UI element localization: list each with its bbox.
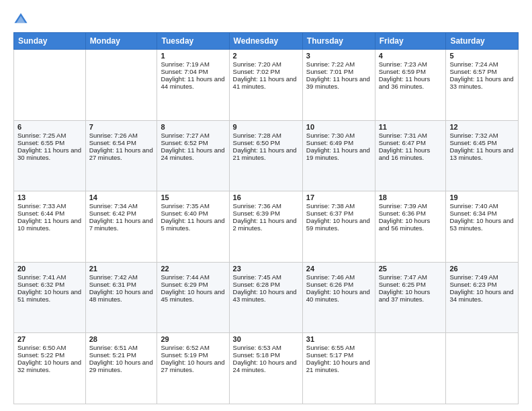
day-info: Sunset: 6:31 PM — [89, 281, 154, 288]
calendar-cell: 8Sunrise: 7:27 AMSunset: 6:52 PMDaylight… — [157, 120, 229, 191]
day-info: Daylight: 11 hours and 27 minutes. — [89, 146, 154, 161]
calendar-cell: 10Sunrise: 7:30 AMSunset: 6:49 PMDayligh… — [302, 120, 375, 191]
logo-icon — [13, 12, 28, 27]
day-info: Sunset: 6:47 PM — [379, 139, 443, 146]
day-info: Sunset: 5:22 PM — [17, 351, 82, 359]
day-info: Sunrise: 7:33 AM — [17, 202, 82, 210]
day-info: Daylight: 10 hours and 34 minutes. — [449, 288, 515, 303]
day-number: 19 — [449, 193, 515, 201]
day-info: Daylight: 10 hours and 45 minutes. — [161, 288, 225, 303]
day-info: Sunrise: 7:46 AM — [306, 273, 371, 281]
calendar-week-row: 6Sunrise: 7:25 AMSunset: 6:55 PMDaylight… — [14, 120, 519, 191]
day-number: 11 — [379, 123, 443, 131]
day-number: 9 — [233, 123, 299, 131]
day-number: 20 — [17, 265, 82, 273]
day-info: Sunrise: 7:23 AM — [379, 60, 443, 68]
day-info: Sunset: 6:42 PM — [89, 210, 154, 217]
day-info: Sunrise: 6:53 AM — [233, 344, 299, 351]
day-number: 29 — [161, 335, 225, 343]
calendar-cell: 28Sunrise: 6:51 AMSunset: 5:21 PMDayligh… — [85, 333, 157, 404]
calendar-cell: 29Sunrise: 6:52 AMSunset: 5:19 PMDayligh… — [157, 333, 229, 404]
calendar-cell: 11Sunrise: 7:31 AMSunset: 6:47 PMDayligh… — [375, 120, 446, 191]
day-info: Sunrise: 7:49 AM — [449, 273, 515, 281]
calendar-cell: 30Sunrise: 6:53 AMSunset: 5:18 PMDayligh… — [229, 333, 302, 404]
calendar-cell: 12Sunrise: 7:32 AMSunset: 6:45 PMDayligh… — [446, 120, 519, 191]
day-info: Sunset: 6:29 PM — [161, 281, 225, 288]
calendar-cell: 14Sunrise: 7:34 AMSunset: 6:42 PMDayligh… — [85, 191, 157, 263]
day-info: Sunrise: 7:20 AM — [233, 60, 299, 68]
day-number: 16 — [233, 193, 299, 201]
day-info: Sunset: 5:21 PM — [89, 351, 154, 359]
calendar-cell: 27Sunrise: 6:50 AMSunset: 5:22 PMDayligh… — [14, 333, 86, 404]
day-info: Daylight: 11 hours and 5 minutes. — [161, 217, 225, 232]
day-info: Sunrise: 7:47 AM — [379, 273, 443, 281]
day-info: Sunset: 6:40 PM — [161, 210, 225, 217]
calendar-cell — [14, 50, 86, 121]
day-info: Sunrise: 7:32 AM — [449, 132, 515, 139]
day-number: 3 — [306, 52, 371, 60]
day-info: Daylight: 11 hours and 16 minutes. — [379, 146, 443, 161]
day-info: Sunset: 6:57 PM — [449, 68, 515, 75]
day-info: Sunrise: 7:27 AM — [161, 132, 225, 139]
day-number: 31 — [306, 335, 371, 343]
day-header-friday: Friday — [375, 33, 446, 50]
day-number: 13 — [17, 193, 82, 201]
day-info: Sunrise: 7:41 AM — [17, 273, 82, 281]
day-info: Sunrise: 6:51 AM — [89, 344, 154, 351]
day-info: Daylight: 11 hours and 33 minutes. — [449, 75, 515, 90]
calendar-cell: 19Sunrise: 7:40 AMSunset: 6:34 PMDayligh… — [446, 191, 519, 263]
calendar-cell: 15Sunrise: 7:35 AMSunset: 6:40 PMDayligh… — [157, 191, 229, 263]
day-header-monday: Monday — [85, 33, 157, 50]
day-number: 5 — [449, 52, 515, 60]
day-info: Daylight: 11 hours and 7 minutes. — [89, 217, 154, 232]
day-number: 18 — [379, 193, 443, 201]
day-number: 8 — [161, 123, 225, 131]
day-number: 12 — [449, 123, 515, 131]
day-info: Sunset: 6:34 PM — [449, 210, 515, 217]
day-number: 22 — [161, 265, 225, 273]
day-info: Daylight: 11 hours and 36 minutes. — [379, 75, 443, 90]
day-info: Daylight: 10 hours and 43 minutes. — [233, 288, 299, 303]
calendar-week-row: 27Sunrise: 6:50 AMSunset: 5:22 PMDayligh… — [14, 333, 519, 404]
day-info: Sunset: 6:39 PM — [233, 210, 299, 217]
day-info: Sunset: 6:26 PM — [306, 281, 371, 288]
day-info: Sunrise: 7:28 AM — [233, 132, 299, 139]
day-header-saturday: Saturday — [446, 33, 519, 50]
calendar-cell: 3Sunrise: 7:22 AMSunset: 7:01 PMDaylight… — [302, 50, 375, 121]
calendar-cell: 1Sunrise: 7:19 AMSunset: 7:04 PMDaylight… — [157, 50, 229, 121]
calendar-cell: 13Sunrise: 7:33 AMSunset: 6:44 PMDayligh… — [14, 191, 86, 263]
day-info: Sunrise: 6:52 AM — [161, 344, 225, 351]
day-info: Sunset: 6:23 PM — [449, 281, 515, 288]
day-number: 23 — [233, 265, 299, 273]
day-info: Daylight: 10 hours and 53 minutes. — [449, 217, 515, 232]
day-info: Sunrise: 6:55 AM — [306, 344, 371, 351]
calendar-cell — [375, 333, 446, 404]
day-info: Sunset: 6:36 PM — [379, 210, 443, 217]
calendar-cell: 26Sunrise: 7:49 AMSunset: 6:23 PMDayligh… — [446, 262, 519, 333]
day-info: Daylight: 10 hours and 32 minutes. — [17, 359, 82, 373]
day-info: Daylight: 11 hours and 44 minutes. — [161, 75, 225, 90]
day-info: Sunrise: 7:25 AM — [17, 132, 82, 139]
day-info: Daylight: 11 hours and 13 minutes. — [449, 146, 515, 161]
calendar-cell — [85, 50, 157, 121]
day-info: Daylight: 10 hours and 21 minutes. — [306, 359, 371, 373]
day-info: Daylight: 10 hours and 59 minutes. — [306, 217, 371, 232]
day-info: Sunrise: 7:36 AM — [233, 202, 299, 210]
calendar-cell: 18Sunrise: 7:39 AMSunset: 6:36 PMDayligh… — [375, 191, 446, 263]
day-info: Daylight: 10 hours and 37 minutes. — [379, 288, 443, 303]
calendar-header-row: SundayMondayTuesdayWednesdayThursdayFrid… — [14, 33, 519, 50]
day-info: Daylight: 11 hours and 2 minutes. — [233, 217, 299, 232]
day-info: Sunset: 6:50 PM — [233, 139, 299, 146]
day-info: Daylight: 10 hours and 48 minutes. — [89, 288, 154, 303]
calendar-cell: 24Sunrise: 7:46 AMSunset: 6:26 PMDayligh… — [302, 262, 375, 333]
day-info: Sunrise: 7:35 AM — [161, 202, 225, 210]
day-info: Sunset: 6:32 PM — [17, 281, 82, 288]
day-info: Daylight: 11 hours and 19 minutes. — [306, 146, 371, 161]
day-info: Daylight: 11 hours and 24 minutes. — [161, 146, 225, 161]
day-info: Sunset: 6:37 PM — [306, 210, 371, 217]
day-info: Daylight: 10 hours and 51 minutes. — [17, 288, 82, 303]
day-number: 15 — [161, 193, 225, 201]
day-info: Sunset: 6:55 PM — [17, 139, 82, 146]
calendar-week-row: 13Sunrise: 7:33 AMSunset: 6:44 PMDayligh… — [14, 191, 519, 263]
day-number: 26 — [449, 265, 515, 273]
